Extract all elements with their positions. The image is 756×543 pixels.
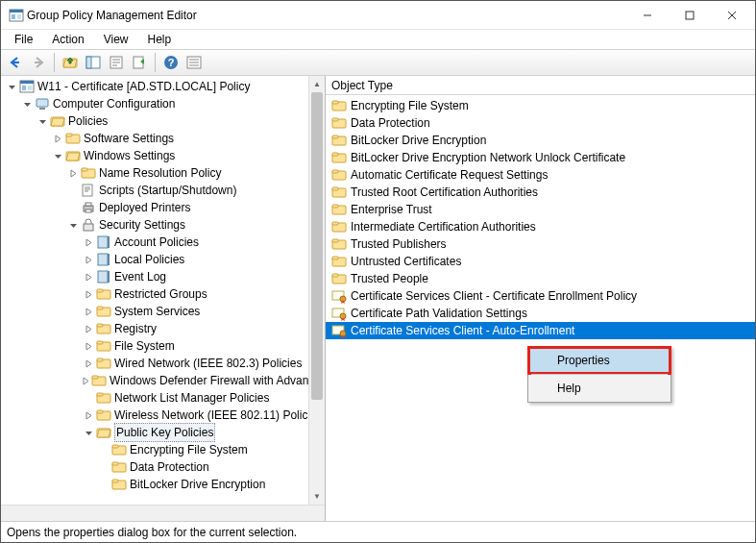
tree-computer-configuration[interactable]: Computer Configuration <box>5 95 325 112</box>
expand-icon[interactable] <box>82 235 95 249</box>
expand-icon[interactable] <box>82 253 95 266</box>
toolbar-separator <box>155 53 156 72</box>
tree-scripts[interactable]: Scripts (Startup/Shutdown) <box>5 182 325 199</box>
list-item[interactable]: Certificate Services Client - Auto-Enrol… <box>326 322 755 339</box>
close-button[interactable] <box>711 2 753 29</box>
tree-windows-defender-firewall[interactable]: Windows Defender Firewall with Advanced … <box>5 372 325 389</box>
tree-event-log[interactable]: Event Log <box>5 268 325 285</box>
list-column-header[interactable]: Object Type <box>326 76 755 95</box>
list-item[interactable]: Certificate Path Validation Settings <box>326 305 755 322</box>
list-view-button[interactable] <box>183 52 205 73</box>
expand-icon[interactable] <box>66 166 80 180</box>
menu-help[interactable]: Help <box>138 31 182 48</box>
collapse-icon[interactable] <box>51 149 64 162</box>
list-item[interactable]: Untrusted Certificates <box>326 253 755 270</box>
folder-icon <box>331 254 347 269</box>
tree-wireless-network[interactable]: Wireless Network (IEEE 802.11) Policies <box>5 407 325 424</box>
scroll-up-button[interactable]: ▲ <box>309 76 325 92</box>
collapse-icon[interactable] <box>36 114 49 128</box>
tree-public-key-policies[interactable]: Public Key Policies <box>5 424 325 441</box>
list-item-label: Untrusted Certificates <box>351 255 461 268</box>
tree-bitlocker-drive-encryption[interactable]: BitLocker Drive Encryption <box>5 476 325 493</box>
menu-file[interactable]: File <box>5 31 42 48</box>
tree-account-policies[interactable]: Account Policies <box>5 234 325 251</box>
tree-name-resolution-policy[interactable]: Name Resolution Policy <box>5 164 325 182</box>
expand-icon[interactable] <box>82 339 95 353</box>
forward-button[interactable] <box>28 52 49 73</box>
tree-file-system[interactable]: File System <box>5 337 325 355</box>
folder-open-icon <box>65 148 81 163</box>
folder-icon <box>96 407 111 423</box>
tree-security-settings[interactable]: Security Settings <box>5 216 325 234</box>
tree-encrypting-file-system[interactable]: Encrypting File System <box>5 441 325 458</box>
tree-item-label: Restricted Groups <box>114 285 207 303</box>
expand-icon[interactable] <box>82 287 95 301</box>
collapse-icon[interactable] <box>20 97 34 111</box>
tree-wired-network[interactable]: Wired Network (IEEE 802.3) Policies <box>5 355 325 372</box>
back-button[interactable] <box>5 52 26 73</box>
export-list-button[interactable] <box>129 52 150 73</box>
maximize-button[interactable] <box>669 2 711 29</box>
tree-windows-settings[interactable]: Windows Settings <box>5 147 325 164</box>
body: W11 - Certificate [AD.STD.LOCAL] PolicyC… <box>1 76 755 521</box>
folder-icon <box>96 356 111 371</box>
list-item-label: Trusted People <box>351 272 428 285</box>
tree-restricted-groups[interactable]: Restricted Groups <box>5 285 325 303</box>
collapse-icon[interactable] <box>5 80 18 93</box>
list-item[interactable]: Certificate Services Client - Certificat… <box>326 287 755 305</box>
list-item[interactable]: Intermediate Certification Authorities <box>326 218 755 235</box>
list-item[interactable]: Data Protection <box>326 114 755 132</box>
tree-item-label: Windows Defender Firewall with Advanced … <box>110 372 325 389</box>
list-item[interactable]: Trusted Root Certification Authorities <box>326 184 755 201</box>
tree-policies[interactable]: Policies <box>5 112 325 130</box>
list-item-label: Enterprise Trust <box>351 203 432 216</box>
folder-icon <box>111 477 127 492</box>
tree-local-policies[interactable]: Local Policies <box>5 251 325 268</box>
tree-scroll: W11 - Certificate [AD.STD.LOCAL] PolicyC… <box>1 76 325 505</box>
collapse-icon[interactable] <box>82 426 95 439</box>
expand-icon[interactable] <box>82 357 95 370</box>
folder-icon <box>65 131 81 146</box>
list-item[interactable]: BitLocker Drive Encryption Network Unloc… <box>326 149 755 166</box>
scroll-down-button[interactable]: ▼ <box>309 488 325 505</box>
tree-software-settings[interactable]: Software Settings <box>5 130 325 147</box>
folder-icon <box>96 338 111 354</box>
expand-icon[interactable] <box>82 322 95 335</box>
list-item[interactable]: Trusted Publishers <box>326 235 755 253</box>
tree-deployed-printers[interactable]: Deployed Printers <box>5 199 325 216</box>
context-menu-properties[interactable]: Properties <box>530 349 669 372</box>
tree-vertical-scrollbar[interactable]: ▲ ▼ <box>308 76 325 505</box>
tree-system-services[interactable]: System Services <box>5 303 325 320</box>
list-item[interactable]: Trusted People <box>326 270 755 287</box>
expand-icon[interactable] <box>82 374 90 387</box>
window-title: Group Policy Management Editor <box>27 9 626 22</box>
collapse-icon[interactable] <box>66 218 80 232</box>
svg-rect-26 <box>686 12 694 19</box>
tree-item-label: Encrypting File System <box>130 441 248 458</box>
list-item[interactable]: Automatic Certificate Request Settings <box>326 166 755 184</box>
scroll-thumb[interactable] <box>311 92 323 400</box>
tree-registry[interactable]: Registry <box>5 320 325 337</box>
expand-icon[interactable] <box>82 305 95 318</box>
properties-button[interactable] <box>106 52 127 73</box>
tree-data-protection[interactable]: Data Protection <box>5 458 325 476</box>
menu-action[interactable]: Action <box>42 31 93 48</box>
tree-root[interactable]: W11 - Certificate [AD.STD.LOCAL] Policy <box>5 78 325 95</box>
list-item[interactable]: Encrypting File System <box>326 97 755 114</box>
up-button[interactable] <box>60 52 81 73</box>
app-icon <box>9 8 24 23</box>
menu-view[interactable]: View <box>94 31 138 48</box>
help-button[interactable] <box>160 52 182 73</box>
expand-icon[interactable] <box>51 132 64 145</box>
list-item[interactable]: Enterprise Trust <box>326 201 755 218</box>
list-item[interactable]: BitLocker Drive Encryption <box>326 132 755 149</box>
context-menu-help[interactable]: Help <box>530 377 669 400</box>
tree-horizontal-scrollbar[interactable] <box>1 505 325 521</box>
tree-item-label: Data Protection <box>130 458 209 476</box>
expand-icon[interactable] <box>82 270 95 284</box>
show-hide-tree-button[interactable] <box>83 52 104 73</box>
tree-network-list-manager[interactable]: Network List Manager Policies <box>5 389 325 407</box>
expand-icon[interactable] <box>82 408 95 422</box>
book-icon <box>96 269 111 284</box>
minimize-button[interactable] <box>626 2 669 29</box>
